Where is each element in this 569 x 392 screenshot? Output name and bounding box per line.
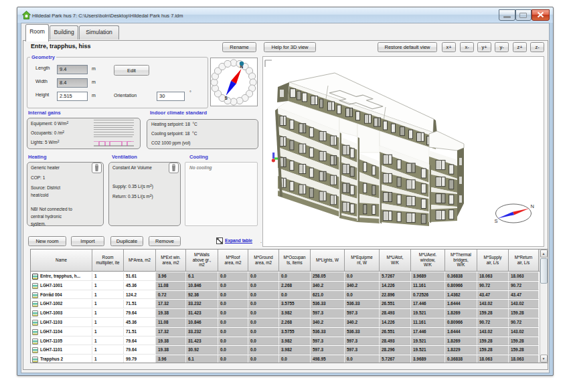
svg-text:N: N: [531, 203, 534, 209]
svg-text:S: S: [495, 218, 498, 224]
svg-text:S: S: [225, 96, 228, 100]
